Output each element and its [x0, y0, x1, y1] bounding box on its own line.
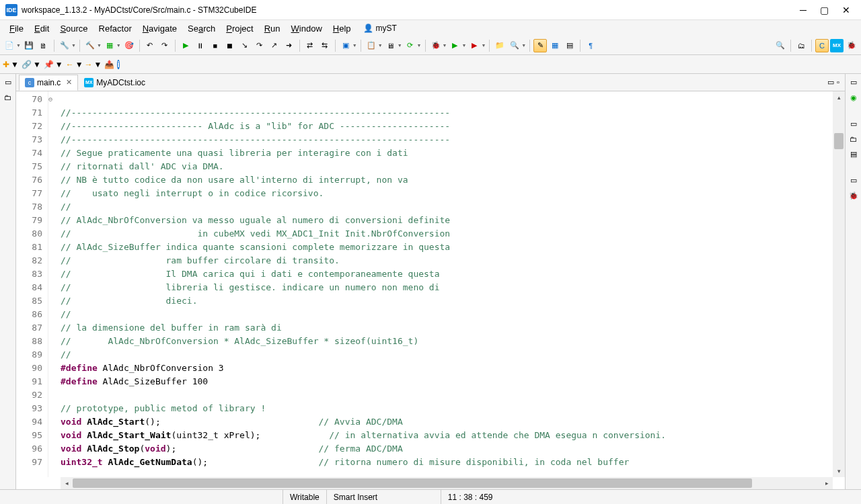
dropdown-icon[interactable]: ▼	[16, 43, 21, 48]
minimize-button[interactable]: ─	[800, 5, 807, 15]
build-button[interactable]: 🔨	[83, 39, 97, 52]
window-title: workspace_1.13.2 - MyADCtst/Core/Src/mai…	[22, 5, 800, 15]
scroll-down-icon[interactable]: ▾	[833, 465, 845, 477]
line-number-gutter: 70 71 72 73 74 75 76 77 78 79 80 81 82 8…	[16, 91, 48, 477]
sdk-button[interactable]: 🔧	[58, 39, 71, 52]
search-icon[interactable]: 🔍	[774, 39, 787, 52]
perspective-3[interactable]: ▤	[563, 39, 576, 52]
pin-button[interactable]: 📌	[44, 60, 54, 69]
new-button[interactable]: 📄	[3, 39, 16, 52]
status-cursor-position: 11 : 38 : 459	[441, 490, 541, 504]
save-button[interactable]: 💾	[22, 39, 36, 52]
tab-label: main.c	[37, 78, 61, 87]
status-insert-mode: Smart Insert	[326, 490, 441, 504]
link-button[interactable]: 🔗	[22, 60, 32, 69]
perspective-1[interactable]: ✎	[533, 39, 547, 52]
search-toolbar-button[interactable]: 🔍	[508, 39, 521, 52]
target-button[interactable]: 🎯	[122, 39, 136, 52]
menu-bar: File Edit Source Refactor Navigate Searc…	[0, 20, 861, 36]
debug-tab[interactable]: 🐞	[848, 190, 860, 202]
redo-button[interactable]: ↷	[158, 39, 172, 52]
menu-source[interactable]: Source	[56, 22, 91, 35]
menu-refactor[interactable]: Refactor	[95, 22, 136, 35]
project-explorer-tab[interactable]: 🗀	[3, 92, 13, 103]
status-writable: Writable	[283, 490, 326, 504]
menu-run[interactable]: Run	[260, 22, 285, 35]
tab-label: MyADCtst.ioc	[96, 78, 145, 87]
mx-perspective[interactable]: MX	[830, 39, 844, 52]
debug-resume-button[interactable]: ▶	[179, 39, 192, 52]
step-into-button[interactable]: ↘	[238, 39, 252, 52]
coverage-button[interactable]: ▶	[467, 39, 481, 52]
tasks-tab[interactable]: ▤	[849, 149, 858, 160]
toggle-2[interactable]: ⇆	[318, 39, 332, 52]
restore-view-r3[interactable]: ▭	[849, 175, 858, 186]
build-targets-tab[interactable]: 🗀	[848, 134, 858, 144]
restore-view-r[interactable]: ▭	[849, 77, 858, 88]
editor-tab-bar: c main.c ✕ MX MyADCtst.ioc ▭ ▫	[16, 74, 845, 91]
forward-button[interactable]: →	[85, 60, 93, 69]
outline-tab[interactable]: ◉	[849, 92, 858, 103]
fold-gutter: ⊖	[48, 91, 61, 477]
external-button[interactable]: 🖥	[384, 39, 398, 52]
tab-main-c[interactable]: c main.c ✕	[19, 75, 78, 91]
tab-ioc[interactable]: MX MyADCtst.ioc	[78, 75, 151, 91]
horizontal-scrollbar[interactable]: ◂ ▸	[61, 477, 833, 489]
minimize-editor-button[interactable]: ▫	[837, 78, 839, 87]
menu-navigate[interactable]: Navigate	[139, 22, 181, 35]
scroll-left-icon[interactable]: ◂	[61, 477, 73, 489]
scroll-thumb[interactable]	[834, 133, 844, 149]
perspective-2[interactable]: ▦	[548, 39, 562, 52]
export-button[interactable]: 📤	[104, 60, 114, 69]
run-button[interactable]: ▶	[448, 39, 461, 52]
c-file-icon: c	[25, 78, 34, 87]
restore-view-r2[interactable]: ▭	[849, 118, 858, 130]
menu-file[interactable]: File	[5, 22, 28, 35]
close-icon[interactable]: ✕	[66, 78, 72, 87]
toggle-1[interactable]: ⇄	[303, 39, 317, 52]
status-bar: Writable Smart Insert 11 : 38 : 459	[0, 489, 861, 504]
chip-button[interactable]: ▣	[339, 39, 352, 52]
c-perspective[interactable]: C	[815, 39, 829, 52]
menu-myst[interactable]: 👤myST	[363, 24, 397, 33]
secondary-toolbar: ✚▼ 🔗▼ 📌▼ ←▼ →▼ 📤 i	[0, 55, 861, 74]
scroll-thumb-h[interactable]	[73, 478, 752, 488]
debug-stop-button[interactable]: ■	[209, 39, 222, 52]
step-button[interactable]: ➜	[283, 39, 296, 52]
debug-pause-button[interactable]: ⏸	[194, 39, 207, 52]
ide-icon: IDE	[5, 4, 17, 16]
new-project-button[interactable]: 📁	[493, 39, 507, 52]
maximize-button[interactable]: ▢	[820, 5, 829, 15]
person-icon: 👤	[363, 24, 373, 33]
restore-view-1[interactable]: ▭	[3, 77, 13, 88]
menu-search[interactable]: Search	[184, 22, 219, 35]
main-toolbar: 📄▼ 💾 🗎 🔧▼ 🔨▼ ▦▼ 🎯 ↶ ↷ ▶ ⏸ ■ ⏹ ↘ ↷ ↗ ➜ ⇄ …	[0, 36, 861, 55]
right-view-strip: ▭ ◉ ▭ 🗀 ▤ ▭ 🐞	[845, 74, 861, 489]
menu-help[interactable]: Help	[329, 22, 355, 35]
code-editor[interactable]: 70 71 72 73 74 75 76 77 78 79 80 81 82 8…	[16, 91, 845, 477]
pilcrow-button[interactable]: ¶	[584, 39, 597, 52]
config-button[interactable]: ▦	[103, 39, 116, 52]
menu-window[interactable]: Window	[287, 22, 326, 35]
menu-project[interactable]: Project	[222, 22, 257, 35]
add-button[interactable]: ✚	[3, 60, 9, 69]
step-over-button[interactable]: ↷	[253, 39, 266, 52]
debug-disconnect-button[interactable]: ⏹	[223, 39, 237, 52]
launch-button[interactable]: 📋	[365, 39, 378, 52]
open-perspective-button[interactable]: 🗂	[794, 39, 808, 52]
info-button[interactable]: i	[117, 60, 119, 69]
vertical-scrollbar[interactable]: ▴ ▾	[833, 91, 845, 477]
scroll-right-icon[interactable]: ▸	[821, 477, 833, 489]
code-area[interactable]: //--------------------------------------…	[61, 91, 833, 477]
step-return-button[interactable]: ↗	[268, 39, 281, 52]
close-button[interactable]: ✕	[842, 5, 850, 15]
refresh-button[interactable]: ⟳	[404, 39, 417, 52]
scroll-up-icon[interactable]: ▴	[833, 91, 845, 103]
debug-button[interactable]: 🐞	[429, 39, 443, 52]
back-button[interactable]: ←	[66, 60, 74, 69]
maximize-editor-button[interactable]: ▭	[827, 78, 834, 87]
menu-edit[interactable]: Edit	[30, 22, 53, 35]
debug-perspective[interactable]: 🐞	[845, 39, 858, 52]
undo-button[interactable]: ↶	[143, 39, 157, 52]
save-all-button[interactable]: 🗎	[37, 39, 50, 52]
